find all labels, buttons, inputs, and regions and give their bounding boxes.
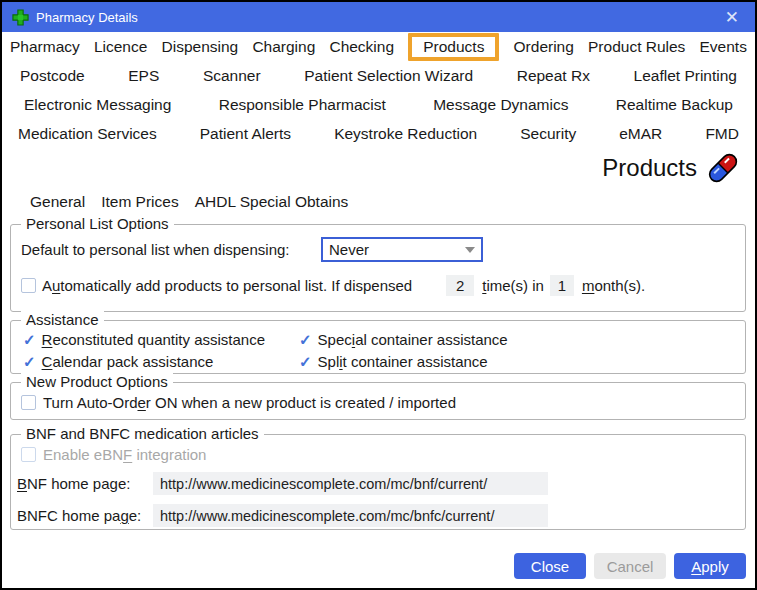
- tab-patient-alerts[interactable]: Patient Alerts: [200, 125, 291, 143]
- groupbox-new-product-options: New Product Options Turn Auto-Order ON w…: [10, 382, 746, 420]
- checkbox-label: Special container assistance: [318, 331, 508, 348]
- auto-add-row: Automatically add products to personal l…: [11, 275, 745, 296]
- tab-responsible-pharmacist[interactable]: Responsible Pharmacist: [219, 96, 386, 114]
- default-list-dropdown[interactable]: Never: [321, 237, 483, 262]
- bnf-home-label: BNF home page:: [17, 475, 153, 492]
- close-icon[interactable]: ✕: [719, 9, 745, 26]
- subtab-bar: General Item Prices AHDL Special Obtains: [30, 193, 348, 217]
- button-bar: Close Cancel Apply: [514, 553, 746, 579]
- groupbox-bnf-articles: BNF and BNFC medication articles Enable …: [10, 434, 746, 530]
- subtab-general[interactable]: General: [30, 193, 85, 217]
- months-input[interactable]: [550, 275, 574, 296]
- check-icon: ✓: [299, 332, 312, 347]
- tab-events[interactable]: Events: [700, 38, 747, 56]
- tab-row-2: Postcode EPS Scanner Patient Selection W…: [2, 61, 755, 90]
- tab-message-dynamics[interactable]: Message Dynamics: [433, 96, 568, 114]
- pill-icon: [703, 150, 743, 186]
- tab-electronic-messaging[interactable]: Electronic Messaging: [24, 96, 171, 114]
- default-list-row: Default to personal list when dispensing…: [11, 237, 745, 262]
- default-list-label: Default to personal list when dispensing…: [21, 241, 321, 258]
- assistance-grid: ✓ Reconstituted quantity assistance ✓ Sp…: [11, 321, 745, 370]
- auto-add-label: Automatically add products to personal l…: [42, 277, 412, 294]
- times-input[interactable]: [446, 275, 474, 296]
- tab-medication-services[interactable]: Medication Services: [18, 125, 157, 143]
- groupbox-legend: Assistance: [21, 311, 104, 328]
- tab-product-rules[interactable]: Product Rules: [588, 38, 685, 56]
- check-icon: ✓: [299, 354, 312, 369]
- groupbox-legend: New Product Options: [21, 373, 173, 390]
- cancel-button: Cancel: [594, 553, 666, 579]
- auto-order-checkbox[interactable]: [21, 395, 36, 410]
- tab-scanner[interactable]: Scanner: [203, 67, 261, 85]
- dropdown-value: Never: [329, 241, 369, 258]
- check-icon: ✓: [23, 354, 36, 369]
- tab-dispensing[interactable]: Dispensing: [162, 38, 239, 56]
- bnfc-home-row: BNFC home page:: [11, 504, 745, 527]
- ebnf-checkbox: [21, 447, 36, 462]
- tab-keystroke-reduction[interactable]: Keystroke Reduction: [334, 125, 477, 143]
- groupbox-legend: Personal List Options: [21, 215, 174, 232]
- checkbox-reconstituted-quantity-assistance[interactable]: ✓ Reconstituted quantity assistance: [23, 331, 299, 348]
- checkbox-special-container-assistance[interactable]: ✓ Special container assistance: [299, 331, 745, 348]
- tab-emar[interactable]: eMAR: [619, 125, 662, 143]
- title-bar: Pharmacy Details ✕: [2, 2, 755, 32]
- months-label: month(s).: [582, 277, 645, 294]
- tab-eps[interactable]: EPS: [128, 67, 159, 85]
- tab-licence[interactable]: Licence: [94, 38, 147, 56]
- times-label: time(s) in: [482, 277, 544, 294]
- page-header: Products: [602, 150, 743, 186]
- tab-leaflet-printing[interactable]: Leaflet Printing: [634, 67, 737, 85]
- tab-security[interactable]: Security: [520, 125, 576, 143]
- checkbox-label: Split container assistance: [318, 353, 488, 370]
- groupbox-legend: BNF and BNFC medication articles: [21, 425, 264, 442]
- ebnf-label: Enable eBNF integration: [43, 446, 206, 463]
- tab-checking[interactable]: Checking: [329, 38, 394, 56]
- close-button[interactable]: Close: [514, 553, 586, 579]
- tab-pharmacy[interactable]: Pharmacy: [10, 38, 80, 56]
- tab-patient-selection-wizard[interactable]: Patient Selection Wizard: [304, 67, 473, 85]
- ebnf-row: Enable eBNF integration: [11, 446, 745, 463]
- auto-order-row: Turn Auto-Order ON when a new product is…: [11, 394, 745, 411]
- groupbox-personal-list-options: Personal List Options Default to persona…: [10, 224, 746, 312]
- chevron-down-icon: [465, 247, 475, 253]
- tab-row-4: Medication Services Patient Alerts Keyst…: [2, 119, 755, 148]
- page-title: Products: [602, 154, 697, 182]
- pharmacy-cross-icon: [12, 9, 29, 26]
- checkbox-calendar-pack-assistance[interactable]: ✓ Calendar pack assistance: [23, 353, 299, 370]
- bnfc-home-input[interactable]: [153, 504, 548, 527]
- bnf-home-row: BNF home page:: [11, 472, 745, 495]
- window-title: Pharmacy Details: [36, 10, 138, 25]
- tab-products[interactable]: Products: [408, 33, 499, 61]
- bnf-home-input[interactable]: [153, 472, 548, 495]
- tab-row-1: Pharmacy Licence Dispensing Charging Che…: [2, 32, 755, 61]
- auto-order-label: Turn Auto-Order ON when a new product is…: [43, 394, 456, 411]
- bnfc-home-label: BNFC home page:: [17, 507, 153, 524]
- checkbox-split-container-assistance[interactable]: ✓ Split container assistance: [299, 353, 745, 370]
- groupbox-assistance: Assistance ✓ Reconstituted quantity assi…: [10, 320, 746, 374]
- tab-postcode[interactable]: Postcode: [20, 67, 85, 85]
- subtab-item-prices[interactable]: Item Prices: [101, 193, 179, 217]
- tab-charging[interactable]: Charging: [252, 38, 315, 56]
- tab-fmd[interactable]: FMD: [705, 125, 739, 143]
- subtab-ahdl-special-obtains[interactable]: AHDL Special Obtains: [195, 193, 349, 217]
- tab-realtime-backup[interactable]: Realtime Backup: [616, 96, 733, 114]
- checkbox-label: Reconstituted quantity assistance: [42, 331, 265, 348]
- tab-ordering[interactable]: Ordering: [514, 38, 574, 56]
- checkbox-label: Calendar pack assistance: [42, 353, 214, 370]
- auto-add-checkbox[interactable]: [21, 278, 36, 293]
- tab-repeat-rx[interactable]: Repeat Rx: [517, 67, 590, 85]
- pharmacy-details-dialog: Pharmacy Details ✕ Pharmacy Licence Disp…: [0, 0, 757, 590]
- check-icon: ✓: [23, 332, 36, 347]
- apply-button[interactable]: Apply: [674, 553, 746, 579]
- tab-row-3: Electronic Messaging Responsible Pharmac…: [2, 90, 755, 119]
